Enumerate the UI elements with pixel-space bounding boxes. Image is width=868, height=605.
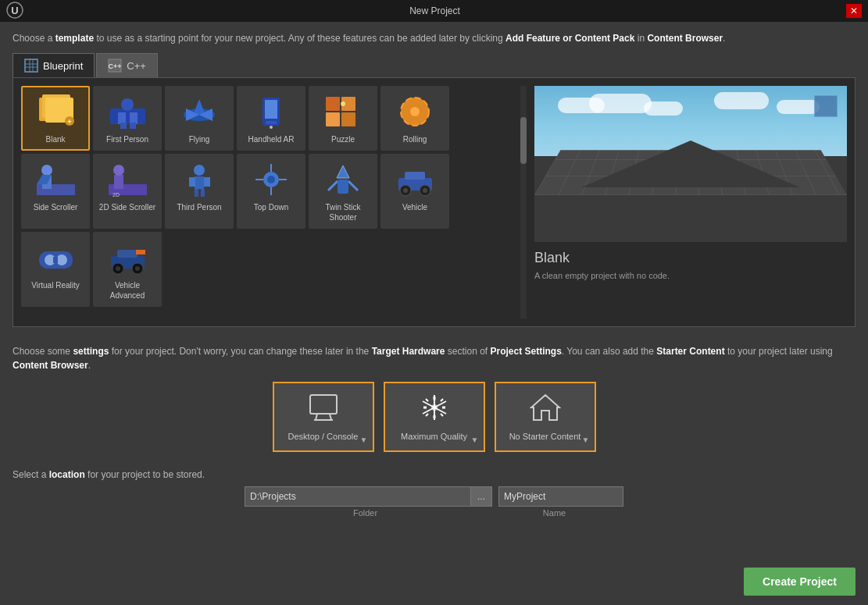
svg-line-90 (426, 399, 428, 401)
third-person-icon (176, 160, 223, 199)
main-container: Choose a template to use as a starting p… (0, 22, 868, 336)
puzzle-label: Puzzle (331, 134, 355, 144)
svg-point-85 (431, 404, 438, 411)
handheld-ar-label: Handheld AR (248, 134, 295, 144)
folder-browse-button[interactable]: ... (471, 486, 492, 507)
svg-line-93 (441, 414, 443, 416)
side-scroller-label: Side Scroller (34, 202, 78, 212)
svg-point-74 (116, 266, 120, 271)
svg-line-80 (330, 414, 331, 420)
svg-rect-28 (326, 97, 340, 111)
template-flying[interactable]: Flying (165, 86, 234, 151)
svg-text:+: + (67, 118, 71, 126)
svg-point-38 (41, 165, 52, 176)
svg-rect-49 (201, 189, 205, 197)
2d-side-scroller-label: 2D Side Scroller (99, 202, 155, 212)
template-blank[interactable]: + Blank (21, 86, 90, 151)
svg-rect-17 (130, 112, 138, 124)
template-2d-side-scroller[interactable]: 2D 2D Side Scroller (93, 154, 162, 229)
svg-text:C++: C++ (109, 62, 122, 70)
svg-rect-47 (204, 177, 210, 187)
svg-line-58 (328, 181, 338, 190)
svg-point-35 (410, 107, 420, 116)
location-section: Select a location for your project to be… (0, 463, 868, 524)
house-icon (530, 393, 561, 427)
svg-rect-26 (266, 121, 277, 124)
preview-panel: Blank A clean empty project with no code… (534, 86, 847, 319)
svg-point-44 (194, 165, 205, 176)
preview-name: Blank (534, 250, 847, 266)
template-vehicle-advanced[interactable]: Vehicle Advanced (93, 232, 162, 307)
template-puzzle[interactable]: Puzzle (309, 86, 377, 151)
svg-marker-94 (531, 395, 559, 420)
template-rolling[interactable]: Rolling (380, 86, 449, 151)
first-person-icon (104, 92, 151, 131)
handheld-ar-icon (248, 92, 295, 131)
svg-line-59 (348, 181, 358, 190)
top-down-icon (248, 160, 295, 199)
first-person-label: First Person (106, 134, 148, 144)
svg-rect-2 (25, 59, 38, 72)
template-twin-stick-shooter[interactable]: Twin Stick Shooter (309, 154, 377, 229)
svg-rect-60 (338, 180, 348, 194)
template-virtual-reality[interactable]: Virtual Reality (21, 232, 90, 307)
template-third-person[interactable]: Third Person (165, 154, 234, 229)
svg-point-32 (341, 101, 345, 106)
vehicle-advanced-icon (104, 238, 151, 277)
dropdown-arrow-0: ▼ (360, 436, 368, 444)
template-first-person[interactable]: First Person (93, 86, 162, 151)
tabs-bar: Blueprint C++ C++ (13, 53, 855, 77)
setting-maximum-quality[interactable]: Maximum Quality ▼ (384, 382, 485, 452)
svg-rect-30 (326, 112, 340, 126)
top-down-label: Top Down (254, 202, 288, 212)
close-button[interactable]: ✕ (846, 4, 862, 18)
folder-label: Folder (248, 508, 483, 518)
titlebar-logo: U (6, 2, 23, 21)
maximum-quality-label: Maximum Quality (401, 432, 467, 441)
svg-point-66 (423, 188, 427, 193)
preview-cube (814, 95, 838, 117)
settings-options: Desktop / Console ▼ (13, 382, 855, 452)
svg-rect-72 (117, 250, 138, 258)
svg-rect-70 (53, 257, 58, 263)
svg-line-92 (426, 414, 428, 416)
folder-input[interactable] (245, 486, 471, 507)
svg-point-69 (56, 254, 67, 265)
name-input[interactable] (498, 486, 623, 507)
svg-point-27 (270, 126, 273, 129)
tab-cpp[interactable]: C++ C++ (96, 53, 158, 77)
desktop-console-label: Desktop / Console (288, 432, 359, 441)
name-label: Name (489, 508, 620, 518)
setting-desktop-console[interactable]: Desktop / Console ▼ (273, 382, 374, 452)
template-side-scroller[interactable]: Side Scroller (21, 154, 90, 229)
svg-line-79 (316, 414, 317, 420)
side-scroller-icon (32, 160, 79, 199)
scrollbar[interactable] (520, 86, 527, 319)
svg-point-42 (113, 165, 124, 176)
svg-rect-41 (114, 175, 123, 189)
template-handheld-ar[interactable]: Handheld AR (237, 86, 305, 151)
dropdown-arrow-1: ▼ (471, 436, 479, 444)
location-labels: Folder Name (13, 508, 855, 518)
setting-no-starter-content[interactable]: No Starter Content ▼ (495, 382, 596, 452)
svg-rect-78 (310, 395, 337, 414)
cpp-tab-label: C++ (127, 60, 146, 72)
template-area: + Blank First Person (13, 77, 855, 327)
svg-rect-31 (341, 112, 355, 126)
flying-label: Flying (189, 134, 210, 144)
no-starter-content-label: No Starter Content (509, 432, 581, 441)
template-vehicle[interactable]: Vehicle (380, 154, 449, 229)
puzzle-icon (320, 92, 366, 131)
svg-rect-62 (405, 172, 425, 180)
template-top-down[interactable]: Top Down (237, 154, 305, 229)
blank-label: Blank (45, 134, 65, 144)
vehicle-label: Vehicle (402, 202, 427, 212)
svg-text:2D: 2D (113, 192, 120, 198)
svg-point-76 (135, 266, 140, 271)
preview-image (534, 86, 847, 242)
svg-point-51 (267, 176, 275, 183)
monitor-icon (308, 393, 339, 427)
svg-point-15 (121, 98, 134, 111)
tab-blueprint[interactable]: Blueprint (13, 53, 95, 77)
create-project-button[interactable]: Create Project (744, 568, 855, 596)
